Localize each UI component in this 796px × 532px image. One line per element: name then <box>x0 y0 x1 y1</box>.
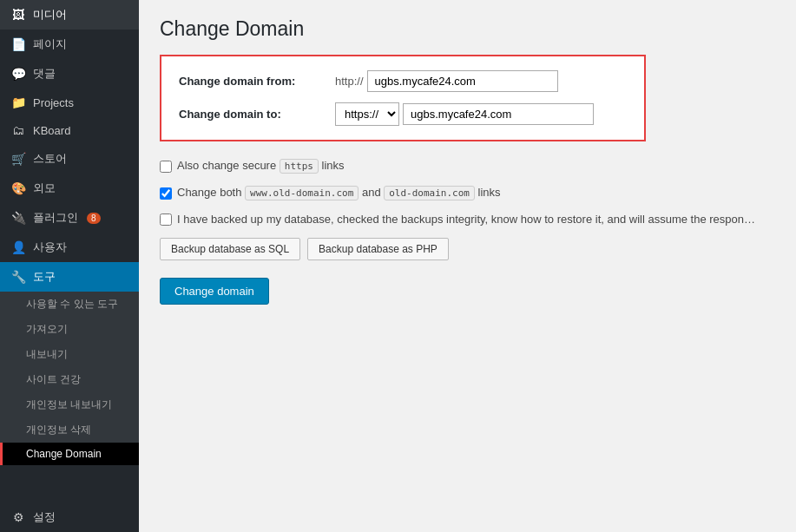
submenu-item-export[interactable]: 내보내기 <box>0 342 139 367</box>
main-content: Change Domain Change domain from: http:/… <box>139 0 796 532</box>
sidebar-item-projects[interactable]: 📁 Projects <box>0 89 139 116</box>
sidebar-item-users[interactable]: 👤 사용자 <box>0 233 139 262</box>
submenu-item-erase-personal[interactable]: 개인정보 삭제 <box>0 417 139 443</box>
submenu-item-import[interactable]: 가져오기 <box>0 317 139 342</box>
sidebar-item-label: 사용자 <box>33 240 67 255</box>
old-domain-code: old-domain.com <box>384 186 475 200</box>
sidebar: 🖼 미디어 📄 페이지 💬 댓글 📁 Projects 🗂 KBoard 🛒 스… <box>0 0 139 532</box>
sidebar-item-label: 외모 <box>33 181 56 196</box>
users-icon: 👤 <box>10 240 26 254</box>
sidebar-item-label: 댓글 <box>33 66 56 82</box>
to-label: Change domain to: <box>179 108 335 121</box>
to-input[interactable] <box>403 103 594 125</box>
submenu-item-site-health[interactable]: 사이트 건강 <box>0 367 139 392</box>
tools-submenu: 사용할 수 있는 도구 가져오기 내보내기 사이트 건강 개인정보 내보내기 개… <box>0 292 139 465</box>
from-row: Change domain from: http:// <box>179 70 627 92</box>
change-both-text-after: links <box>478 186 501 199</box>
backup-confirm-checkbox[interactable] <box>160 213 172 226</box>
kboard-icon: 🗂 <box>10 123 26 137</box>
also-change-secure-checkbox[interactable] <box>160 161 172 173</box>
also-change-secure-row: Also change secure https links <box>160 159 775 174</box>
change-domain-button[interactable]: Change domain <box>160 278 269 305</box>
https-code: https <box>280 159 319 174</box>
sidebar-item-label: 페이지 <box>33 36 67 52</box>
sidebar-item-label: KBoard <box>33 124 70 137</box>
page-title: Change Domain <box>160 17 775 41</box>
pages-icon: 📄 <box>10 37 26 51</box>
plugins-icon: 🔌 <box>10 211 26 225</box>
from-label: Change domain from: <box>179 75 335 88</box>
from-prefix: http:// <box>335 75 364 88</box>
appearance-icon: 🎨 <box>10 181 26 195</box>
change-both-text-before: Change both <box>177 186 245 199</box>
submenu-item-available-tools[interactable]: 사용할 수 있는 도구 <box>0 292 139 317</box>
sidebar-item-appearance[interactable]: 🎨 외모 <box>0 174 139 203</box>
backup-confirm-row: I have backed up my database, checked th… <box>160 213 775 226</box>
from-input[interactable] <box>367 70 558 92</box>
backup-php-button[interactable]: Backup database as PHP <box>307 238 449 260</box>
sidebar-item-store[interactable]: 🛒 스토어 <box>0 144 139 174</box>
submenu-item-change-domain[interactable]: Change Domain <box>0 443 139 465</box>
backup-buttons-row: Backup database as SQL Backup database a… <box>160 238 775 260</box>
projects-icon: 📁 <box>10 95 26 109</box>
change-both-label[interactable]: Change both www.old-domain.com and old-d… <box>177 186 501 200</box>
also-change-secure-text-after: links <box>322 159 345 172</box>
sidebar-item-kboard[interactable]: 🗂 KBoard <box>0 116 139 144</box>
settings-icon: ⚙ <box>10 510 26 524</box>
sidebar-item-label: 미디어 <box>33 7 67 23</box>
domain-change-card: Change domain from: http:// Change domai… <box>160 55 646 141</box>
submenu-item-export-personal[interactable]: 개인정보 내보내기 <box>0 392 139 417</box>
backup-sql-button[interactable]: Backup database as SQL <box>160 238 300 260</box>
change-both-text-middle: and <box>362 186 384 199</box>
sidebar-item-label: Projects <box>33 96 74 109</box>
tools-icon: 🔧 <box>10 270 26 284</box>
sidebar-item-settings[interactable]: ⚙ 설정 <box>0 502 139 532</box>
comments-icon: 💬 <box>10 67 26 81</box>
to-row: Change domain to: https:// http:// <box>179 102 627 126</box>
sidebar-item-label: 설정 <box>33 509 56 525</box>
change-both-checkbox[interactable] <box>160 187 172 200</box>
sidebar-item-tools[interactable]: 🔧 도구 <box>0 262 139 292</box>
sidebar-item-media[interactable]: 🖼 미디어 <box>0 0 139 30</box>
sidebar-item-label: 플러그인 <box>33 210 78 226</box>
sidebar-item-comments[interactable]: 💬 댓글 <box>0 59 139 89</box>
change-both-row: Change both www.old-domain.com and old-d… <box>160 186 775 200</box>
backup-confirm-label[interactable]: I have backed up my database, checked th… <box>177 213 755 226</box>
sidebar-item-label: 스토어 <box>33 151 67 167</box>
sidebar-item-label: 도구 <box>33 269 56 285</box>
sidebar-item-pages[interactable]: 📄 페이지 <box>0 30 139 59</box>
store-icon: 🛒 <box>10 152 26 166</box>
also-change-secure-text-before: Also change secure <box>177 159 280 172</box>
backup-confirm-text: I have backed up my database, checked th… <box>177 213 755 226</box>
protocol-select[interactable]: https:// http:// <box>335 102 399 126</box>
media-icon: 🖼 <box>10 8 26 22</box>
www-old-domain-code: www.old-domain.com <box>245 186 359 200</box>
plugins-badge: 8 <box>87 213 101 224</box>
sidebar-item-plugins[interactable]: 🔌 플러그인 8 <box>0 203 139 233</box>
also-change-secure-label[interactable]: Also change secure https links <box>177 159 345 174</box>
